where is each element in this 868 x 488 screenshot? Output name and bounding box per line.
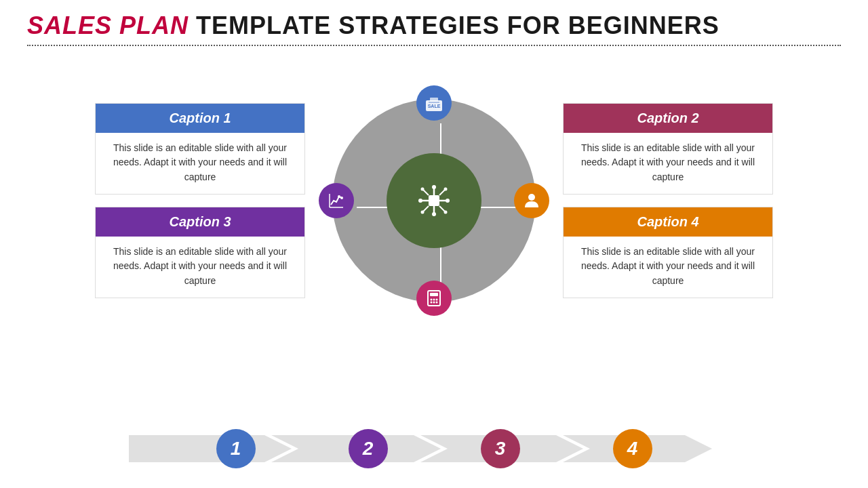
svg-point-38 bbox=[528, 194, 535, 201]
card-4-caption: Caption 4 bbox=[637, 214, 698, 229]
card-3-body: This slide is an editable slide with all… bbox=[96, 237, 304, 298]
svg-point-33 bbox=[433, 298, 435, 300]
satellite-top: SALE bbox=[416, 85, 452, 121]
calculator-icon bbox=[425, 289, 443, 308]
step-4: 4 bbox=[613, 429, 652, 468]
right-cards: Caption 2 This slide is an editable slid… bbox=[563, 103, 773, 298]
card-4: Caption 4 This slide is an editable slid… bbox=[563, 207, 773, 298]
card-3-header: Caption 3 bbox=[96, 207, 304, 237]
svg-rect-5 bbox=[429, 195, 439, 206]
timeline-steps: 1 2 3 4 bbox=[129, 429, 739, 468]
step-2: 2 bbox=[349, 429, 388, 468]
card-2: Caption 2 This slide is an editable slid… bbox=[563, 103, 773, 195]
title-normal: TEMPLATE STRATEGIES FOR BEGINNERS bbox=[189, 12, 719, 39]
step-1: 1 bbox=[216, 429, 256, 468]
svg-point-15 bbox=[432, 212, 436, 216]
chart-icon bbox=[327, 191, 346, 210]
card-4-header: Caption 4 bbox=[564, 207, 772, 237]
svg-point-36 bbox=[433, 301, 435, 303]
timeline-track: 1 2 3 4 bbox=[129, 432, 739, 466]
card-1-caption: Caption 1 bbox=[169, 110, 231, 125]
svg-point-16 bbox=[418, 199, 422, 203]
header-divider bbox=[27, 45, 841, 46]
header: SALES PLAN TEMPLATE STRATEGIES FOR BEGIN… bbox=[0, 0, 868, 58]
satellite-right bbox=[514, 183, 549, 218]
step-3: 3 bbox=[481, 429, 520, 468]
svg-point-14 bbox=[432, 185, 436, 189]
svg-point-28 bbox=[340, 197, 343, 199]
card-2-body: This slide is an editable slide with all… bbox=[564, 133, 772, 194]
center-diagram: SALE bbox=[326, 92, 542, 309]
person-icon bbox=[522, 191, 541, 210]
svg-point-32 bbox=[431, 298, 433, 300]
svg-point-19 bbox=[444, 187, 448, 190]
card-1-header: Caption 1 bbox=[96, 104, 304, 133]
svg-point-17 bbox=[446, 199, 450, 203]
card-2-header: Caption 2 bbox=[564, 104, 772, 133]
timeline: 1 2 3 4 bbox=[27, 422, 841, 476]
main-content: Caption 1 This slide is an editable slid… bbox=[0, 58, 868, 343]
svg-point-34 bbox=[436, 298, 438, 300]
inner-circle bbox=[387, 153, 481, 248]
card-1-body: This slide is an editable slide with all… bbox=[96, 133, 304, 194]
card-2-caption: Caption 2 bbox=[637, 110, 698, 125]
svg-point-20 bbox=[421, 210, 425, 214]
card-4-body: This slide is an editable slide with all… bbox=[564, 237, 772, 298]
sale-icon: SALE bbox=[425, 94, 443, 113]
svg-point-29 bbox=[338, 195, 340, 198]
svg-text:SALE: SALE bbox=[428, 104, 441, 108]
satellite-bottom bbox=[416, 281, 452, 316]
page-title: SALES PLAN TEMPLATE STRATEGIES FOR BEGIN… bbox=[27, 12, 841, 39]
left-cards: Caption 1 This slide is an editable slid… bbox=[95, 103, 305, 298]
card-3: Caption 3 This slide is an editable slid… bbox=[95, 207, 305, 298]
svg-point-18 bbox=[421, 187, 425, 190]
hub-icon bbox=[414, 180, 454, 221]
satellite-left bbox=[319, 183, 354, 218]
svg-point-35 bbox=[431, 301, 433, 303]
outer-circle bbox=[332, 99, 536, 302]
svg-point-37 bbox=[436, 301, 438, 303]
svg-point-21 bbox=[444, 210, 448, 214]
card-1: Caption 1 This slide is an editable slid… bbox=[95, 103, 305, 195]
svg-rect-23 bbox=[430, 98, 438, 102]
card-3-caption: Caption 3 bbox=[169, 214, 231, 229]
title-highlight: SALES PLAN bbox=[27, 12, 189, 39]
svg-rect-31 bbox=[430, 293, 438, 296]
